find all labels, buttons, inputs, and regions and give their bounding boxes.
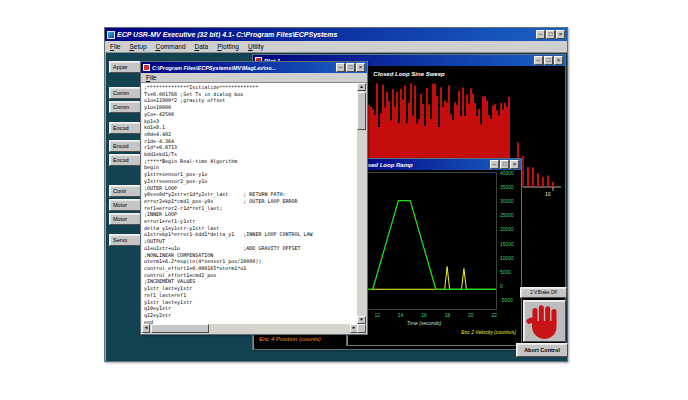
main-menubar: File Setup Command Data Plotting Utility — [105, 41, 567, 53]
x-tick: 14 — [398, 313, 404, 318]
main-titlebar[interactable]: ECP USR-MV Executive (32 bit) 4.1- C:\Pr… — [105, 28, 567, 41]
y-tick: 0 — [500, 284, 520, 289]
horizontal-scrollbar[interactable]: ◄ ► — [142, 324, 358, 333]
document-icon — [143, 64, 150, 71]
scroll-left-icon[interactable]: ◄ — [142, 324, 150, 333]
main-window-title: ECP USR-MV Executive (32 bit) 4.1- C:\Pr… — [117, 31, 534, 38]
ramp-x-axis-label: Time (seconds) — [347, 320, 501, 326]
ramp-window: Closed Loop Ramp – □ × 40000 35000 30000… — [346, 158, 522, 346]
y-tick: 30000 — [500, 199, 520, 204]
maximize-icon[interactable]: □ — [544, 56, 553, 65]
ramp-legend-velocity: Enc 2 Velocity (counts/s) — [376, 329, 516, 335]
menu-command[interactable]: Command — [156, 43, 186, 50]
maximize-icon[interactable]: □ — [546, 30, 555, 39]
x-tick: 22 — [491, 313, 497, 318]
y-tick: 40000 — [500, 171, 520, 176]
ramp-titlebar[interactable]: Closed Loop Ramp – □ × — [347, 159, 521, 170]
brake-off-button[interactable]: 2 V.Brake Off — [520, 287, 567, 298]
sweep-x-tick: 10 — [545, 191, 551, 197]
ramp-y-axis: 40000 35000 30000 25000 20000 15000 1000… — [500, 171, 520, 303]
y-tick: 15000 — [500, 242, 520, 247]
sweep-legend-position: Enc 4 Position (counts) — [259, 336, 321, 342]
menu-file[interactable]: File — [146, 74, 157, 81]
scroll-up-icon[interactable]: ▲ — [357, 83, 366, 91]
maximize-icon[interactable]: □ — [346, 63, 355, 72]
vertical-scrollbar[interactable]: ▲ ▼ — [357, 83, 366, 324]
y-tick: 35000 — [500, 185, 520, 190]
ramp-plot — [351, 172, 497, 310]
stop-hand-icon — [524, 301, 565, 341]
abort-hand-tile[interactable] — [523, 300, 566, 342]
editor-menubar: File — [141, 73, 367, 83]
menu-setup[interactable]: Setup — [130, 43, 147, 50]
minimize-icon[interactable]: – — [490, 160, 499, 169]
close-icon[interactable]: × — [356, 63, 365, 72]
y-tick: 25000 — [500, 213, 520, 218]
y-tick: 5000 — [500, 270, 520, 275]
main-window-controls: – □ × — [536, 30, 565, 39]
menu-plotting[interactable]: Plotting — [217, 43, 239, 50]
y-tick: 10000 — [500, 256, 520, 261]
resize-grip[interactable] — [357, 324, 366, 333]
y-tick: 20000 — [500, 227, 520, 232]
close-icon[interactable]: × — [510, 160, 519, 169]
close-icon[interactable]: × — [554, 56, 563, 65]
editor-window: C:\Program Files\ECPSystems\MV\MagLev\no… — [140, 61, 368, 335]
app-icon — [107, 31, 115, 39]
minimize-icon[interactable]: – — [534, 56, 543, 65]
desktop: ECP USR-MV Executive (32 bit) 4.1- C:\Pr… — [0, 0, 688, 400]
algorithm-code-area[interactable]: ;**************Initialize************* T… — [142, 83, 358, 324]
scroll-thumb[interactable] — [151, 324, 209, 333]
ramp-position-trace — [352, 201, 496, 290]
scroll-thumb[interactable] — [357, 92, 366, 130]
editor-title: C:\Program Files\ECPSystems\MV\MagLev\no… — [152, 65, 334, 71]
x-tick: 20 — [468, 313, 474, 318]
close-icon[interactable]: × — [556, 30, 565, 39]
x-tick: 12 — [374, 313, 380, 318]
y-tick: -5000 — [500, 298, 520, 303]
menu-utility[interactable]: Utility — [248, 43, 264, 50]
maximize-icon[interactable]: □ — [500, 160, 509, 169]
menu-file[interactable]: File — [110, 43, 121, 50]
editor-titlebar[interactable]: C:\Program Files\ECPSystems\MV\MagLev\no… — [141, 62, 367, 73]
ramp-title: Closed Loop Ramp — [358, 162, 488, 168]
menu-data[interactable]: Data — [195, 43, 209, 50]
scroll-down-icon[interactable]: ▼ — [357, 316, 366, 324]
ramp-x-axis: 10 12 14 16 18 20 22 — [351, 313, 497, 318]
x-tick: 16 — [421, 313, 427, 318]
x-tick: 18 — [445, 313, 451, 318]
abort-control-button[interactable]: Abort Control — [516, 343, 568, 357]
minimize-icon[interactable]: – — [336, 63, 345, 72]
minimize-icon[interactable]: – — [536, 30, 545, 39]
